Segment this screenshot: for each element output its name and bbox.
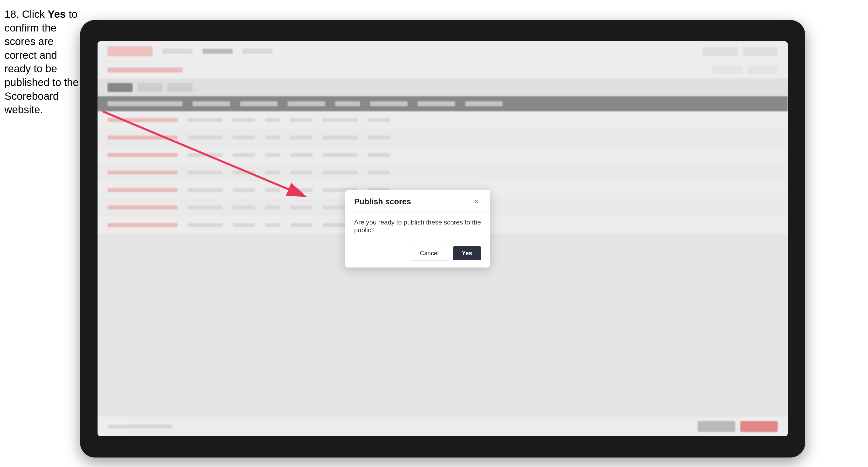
instruction-bold: Yes — [48, 8, 66, 20]
dialog-body: Are you ready to publish these scores to… — [345, 212, 490, 241]
step-number: 18. — [4, 8, 19, 20]
dialog-message: Are you ready to publish these scores to… — [354, 218, 481, 234]
dialog-title: Publish scores — [354, 197, 411, 206]
instruction-suffix: to confirm the scores are correct and re… — [4, 8, 79, 116]
tablet-screen: Publish scores × Are you ready to publis… — [97, 41, 788, 436]
instruction-text: 18. Click Yes to confirm the scores are … — [4, 7, 80, 117]
tablet-device: Publish scores × Are you ready to publis… — [80, 20, 805, 458]
dialog-footer: Cancel Yes — [345, 241, 490, 268]
instruction-prefix: Click — [22, 8, 48, 20]
publish-scores-dialog[interactable]: Publish scores × Are you ready to publis… — [345, 190, 490, 268]
dialog-overlay: Publish scores × Are you ready to publis… — [97, 41, 788, 436]
cancel-button[interactable]: Cancel — [411, 246, 448, 260]
dialog-close-button[interactable]: × — [472, 197, 481, 206]
dialog-header: Publish scores × — [345, 190, 490, 212]
yes-button[interactable]: Yes — [453, 246, 481, 260]
